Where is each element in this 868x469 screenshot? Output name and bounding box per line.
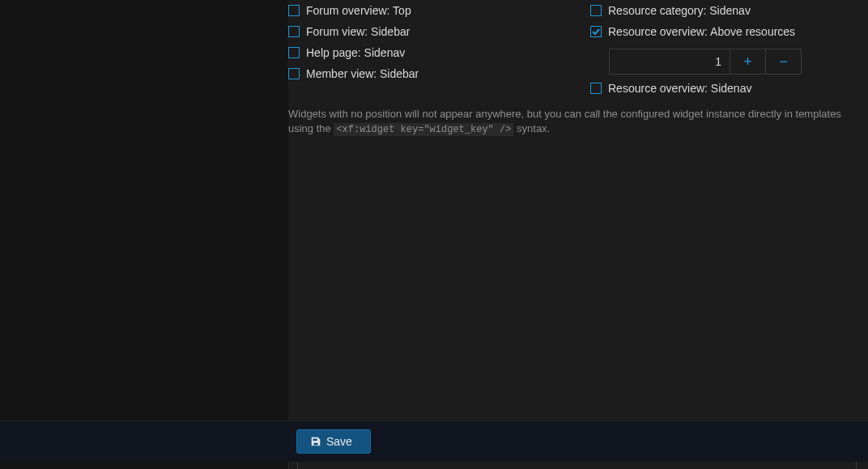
plus-icon: +	[743, 53, 752, 70]
position-resource-overview-above[interactable]: Resource overview: Above resources	[590, 21, 868, 42]
checkbox-icon	[590, 5, 602, 16]
checkbox-icon	[590, 26, 602, 37]
footer: Save	[0, 420, 868, 462]
positions-section: Forum overview: Top Forum view: Sidebar …	[288, 0, 868, 150]
minus-icon: −	[779, 53, 788, 70]
checkbox-icon	[288, 68, 300, 79]
checkbox-icon	[288, 47, 300, 58]
stepper-plus-button[interactable]: +	[730, 49, 766, 75]
checkbox-icon	[590, 83, 602, 94]
positions-help-text: Widgets with no position will not appear…	[288, 107, 868, 137]
checkbox-icon	[288, 5, 300, 16]
position-forum-view-sidebar[interactable]: Forum view: Sidebar	[288, 21, 566, 42]
position-forum-overview-top[interactable]: Forum overview: Top	[288, 0, 566, 21]
stepper-minus-button[interactable]: −	[766, 49, 802, 75]
save-button[interactable]: Save	[296, 429, 371, 454]
position-member-view-sidebar[interactable]: Member view: Sidebar	[288, 63, 566, 84]
position-resource-category-sidenav[interactable]: Resource category: Sidenav	[590, 0, 868, 21]
checkbox-icon	[288, 26, 300, 37]
position-help-page-sidenav[interactable]: Help page: Sidenav	[288, 42, 566, 63]
position-order-stepper: + −	[609, 49, 868, 75]
save-icon	[310, 436, 321, 447]
position-resource-overview-sidenav[interactable]: Resource overview: Sidenav	[590, 78, 868, 99]
position-order-input[interactable]	[609, 49, 730, 75]
